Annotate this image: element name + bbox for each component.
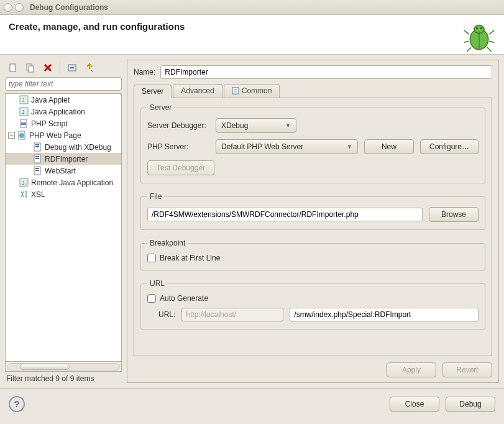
window-close-btn[interactable] [4, 3, 12, 12]
svg-point-35 [25, 183, 29, 187]
tab-bar: Server Advanced Common [134, 84, 492, 98]
tree-label: Remote Java Application [31, 178, 113, 187]
file-input[interactable] [147, 208, 423, 221]
svg-line-5 [489, 42, 494, 43]
php-server-label: PHP Server: [147, 142, 209, 151]
launch-config-icon [33, 154, 42, 164]
browse-button[interactable]: Browse [429, 207, 479, 222]
window-titlebar: Debug Configurations [0, 0, 504, 15]
xsl-icon [19, 190, 29, 199]
breakpoint-fieldset: Breakpoint Break at First Line [140, 239, 485, 270]
bug-icon [463, 21, 495, 49]
filter-input[interactable] [5, 77, 122, 91]
dialog-footer: ? Close Debug [0, 388, 504, 419]
svg-rect-28 [35, 156, 39, 157]
svg-line-4 [464, 42, 469, 43]
debug-button[interactable]: Debug [446, 397, 495, 412]
tree-item-php-web-page[interactable]: − PHP Web Page [6, 129, 121, 141]
tree-item-java-applet[interactable]: J Java Applet [6, 94, 121, 106]
chevron-down-icon: ▼ [347, 144, 352, 150]
url-legend: URL [147, 279, 167, 288]
svg-rect-13 [29, 66, 34, 72]
tree-label: Java Applet [31, 96, 70, 104]
tab-label: Common [242, 86, 272, 95]
auto-generate-check[interactable]: Auto Generate [147, 294, 479, 303]
svg-rect-31 [35, 168, 39, 169]
apply-button: Apply [387, 362, 436, 377]
toolbar-separator [60, 62, 60, 73]
configure-server-button[interactable]: Configure… [420, 139, 479, 154]
collapse-all-icon[interactable] [65, 62, 79, 74]
php-server-select[interactable]: Default PHP Web Server ▼ [216, 139, 358, 154]
tree-label: XSL [31, 190, 45, 199]
url-path-input[interactable] [290, 308, 479, 321]
tab-advanced[interactable]: Advanced [173, 84, 222, 98]
java-applet-icon: J [19, 95, 29, 104]
filter-status: Filter matched 9 of 9 items [5, 372, 122, 383]
tree-label: PHP Script [31, 119, 67, 128]
tree-horizontal-scrollbar[interactable] [5, 362, 122, 372]
config-tree[interactable]: J Java Applet J Java Application PHP Scr… [5, 93, 122, 362]
php-script-icon [19, 119, 29, 128]
url-label: URL: [158, 310, 175, 319]
auto-generate-checkbox[interactable] [147, 294, 156, 303]
debugger-select[interactable]: XDebug ▼ [216, 118, 296, 133]
file-legend: File [147, 192, 164, 201]
dialog-header: Create, manage, and run configurations [0, 15, 504, 55]
debugger-label: Server Debugger: [147, 121, 209, 130]
tree-item-remote-java[interactable]: J Remote Java Application [6, 177, 121, 188]
tab-label: Server [142, 87, 163, 96]
tree-item-webstart[interactable]: WebStart [6, 165, 121, 177]
test-debugger-button: Test Debugger [147, 160, 214, 175]
server-fieldset: Server Server Debugger: XDebug ▼ PHP Ser… [140, 103, 485, 183]
tree-label: Debug with XDebug [45, 143, 111, 152]
server-legend: Server [147, 103, 174, 112]
svg-point-23 [19, 133, 24, 138]
launch-config-icon [33, 166, 42, 175]
php-web-icon [17, 131, 27, 140]
svg-point-9 [477, 27, 478, 29]
check-label: Break at First Line [160, 254, 220, 262]
svg-rect-11 [10, 64, 16, 71]
tab-common[interactable]: Common [224, 84, 280, 98]
breakpoint-legend: Breakpoint [147, 239, 188, 247]
help-icon[interactable]: ? [9, 396, 25, 412]
svg-rect-32 [35, 170, 39, 171]
tree-item-xsl[interactable]: XSL [6, 188, 121, 200]
tree-item-java-application[interactable]: J Java Application [6, 106, 121, 118]
duplicate-config-icon[interactable] [24, 62, 37, 74]
window-title: Debug Configurations [30, 3, 108, 12]
svg-line-2 [464, 30, 469, 35]
tree-label: WebStart [45, 167, 76, 175]
tree-label: Java Application [31, 108, 85, 116]
header-title: Create, manage, and run configurations [9, 21, 185, 49]
name-input[interactable] [160, 65, 492, 79]
tree-item-debug-xdebug[interactable]: Debug with XDebug [6, 141, 121, 153]
check-label: Auto Generate [160, 294, 208, 303]
tab-server[interactable]: Server [134, 85, 172, 98]
window-minimize-btn[interactable] [15, 3, 24, 12]
svg-rect-21 [21, 122, 26, 125]
url-host-input [181, 308, 283, 321]
svg-text:J: J [22, 180, 25, 186]
delete-config-icon[interactable] [41, 62, 55, 74]
debugger-value: XDebug [221, 121, 248, 130]
svg-rect-26 [35, 146, 39, 147]
svg-text:J: J [22, 109, 25, 115]
tree-item-php-script[interactable]: PHP Script [6, 118, 121, 129]
revert-button: Revert [442, 362, 492, 377]
launch-config-icon [33, 142, 42, 152]
url-fieldset: URL Auto Generate URL: [140, 279, 485, 330]
php-server-value: Default PHP Web Server [221, 142, 303, 151]
break-first-line-check[interactable]: Break at First Line [147, 254, 479, 262]
close-button[interactable]: Close [390, 397, 439, 412]
svg-line-3 [489, 30, 494, 35]
svg-line-6 [467, 47, 472, 52]
new-server-button[interactable]: New [364, 139, 414, 154]
tree-item-rdfimporter[interactable]: RDFImporter [6, 153, 121, 165]
filter-icon[interactable] [83, 62, 96, 74]
break-first-line-checkbox[interactable] [147, 254, 156, 262]
new-config-icon[interactable] [6, 62, 20, 74]
collapse-icon[interactable]: − [8, 132, 15, 139]
svg-text:J: J [22, 97, 25, 103]
